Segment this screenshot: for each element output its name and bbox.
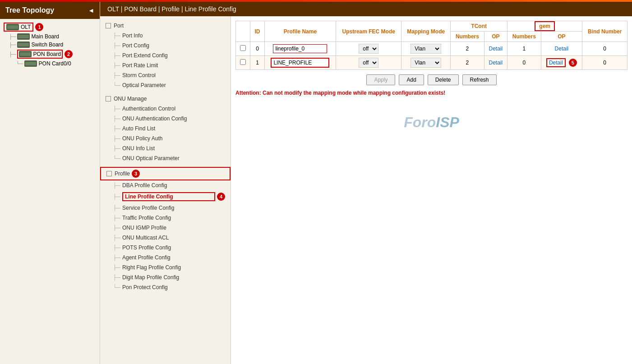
row0-tcont-detail-link[interactable]: Detail: [489, 46, 503, 52]
sidebar-item-pon-board[interactable]: ├─ PON Board 2: [2, 49, 98, 60]
delete-button[interactable]: Delete: [428, 74, 459, 85]
row1-id: 1: [256, 60, 259, 66]
nav-item-port-config[interactable]: ├─ Port Config: [100, 41, 231, 51]
sidebar-pon-card-label: PON Card0/0: [39, 60, 71, 67]
nav-section-port-header[interactable]: Port: [100, 21, 231, 31]
nav-item-onu-multicast-acl[interactable]: ├─ ONU Multicast ACL: [100, 233, 231, 243]
nav-item-auth-control[interactable]: ├─ Authentication Control: [100, 104, 231, 114]
nav-item-auto-find-list[interactable]: ├─ Auto Find List: [100, 124, 231, 134]
row1-gem-detail-link[interactable]: Detail: [546, 58, 566, 67]
nav-section-profile-header[interactable]: Profile 3: [100, 167, 231, 180]
connector: ├─: [113, 205, 120, 211]
gem-header-box: gem: [535, 21, 555, 31]
nav-item-onu-policy-auth[interactable]: ├─ ONU Policy Auth: [100, 134, 231, 143]
connector: ├─: [9, 34, 16, 39]
col-gem-numbers-header: Numbers: [507, 32, 541, 42]
row0-mapping-mode-cell[interactable]: Vlan GEM Priority: [401, 42, 451, 56]
col-tcont-header: TCont: [451, 21, 507, 32]
nav-item-agent-profile-config[interactable]: ├─ Agent Profile Config: [100, 253, 231, 263]
row0-tcont-op-cell[interactable]: Detail: [484, 42, 507, 56]
col-gem-header: gem: [507, 21, 582, 32]
connector: ├─: [113, 115, 120, 122]
row0-mapping-mode-select[interactable]: Vlan GEM Priority: [411, 44, 441, 54]
connector: ├─: [113, 194, 120, 200]
row0-checkbox[interactable]: [240, 45, 246, 51]
onu-manage-checkbox[interactable]: [106, 96, 111, 101]
content-body: Port ├─ Port Info ├─ Port Config ├─ Port…: [100, 16, 632, 364]
nav-line-profile-config-label: Line Profile Config: [125, 194, 173, 200]
nav-port-info-label: Port Info: [122, 32, 143, 39]
line-profile-badge: 4: [217, 193, 225, 201]
row0-gem-detail-link[interactable]: Detail: [555, 46, 569, 52]
row1-upstream-fec-select[interactable]: off on: [359, 58, 378, 68]
nav-item-onu-auth-config[interactable]: ├─ ONU Authentication Config: [100, 114, 231, 124]
connector: ├─: [113, 106, 120, 112]
row1-checkbox-cell[interactable]: [236, 56, 250, 70]
nav-item-onu-igmp-profile[interactable]: ├─ ONU IGMP Profile: [100, 223, 231, 233]
row1-gem-op-cell[interactable]: Detail 5: [541, 56, 582, 70]
col-checkbox-header: [236, 21, 250, 42]
row1-mapping-mode-cell[interactable]: Vlan GEM Priority: [401, 56, 451, 70]
nav-right-flag-profile-config-label: Right Flag Profile Config: [122, 264, 181, 271]
row1-upstream-fec-cell[interactable]: off on: [336, 56, 401, 70]
connector: ├─: [113, 264, 120, 271]
add-button[interactable]: Add: [399, 74, 424, 85]
row0-bind-number-cell: 0: [582, 42, 627, 56]
connector: ├─: [113, 235, 120, 241]
row0-upstream-fec-select[interactable]: off on: [359, 44, 378, 54]
row0-checkbox-cell[interactable]: [236, 42, 250, 56]
row1-tcont-numbers: 2: [466, 60, 469, 66]
row1-gem-numbers-cell: 0: [507, 56, 541, 70]
nav-item-pots-profile-config[interactable]: ├─ POTS Profile Config: [100, 243, 231, 253]
nav-item-right-flag-profile-config[interactable]: ├─ Right Flag Profile Config: [100, 263, 231, 272]
row0-profile-name-input[interactable]: [273, 44, 327, 53]
sidebar-item-switch-board[interactable]: ├─ Switch Board: [2, 41, 98, 49]
row0-upstream-fec-cell[interactable]: off on: [336, 42, 401, 56]
nav-pon-protect-config-label: Pon Protect Config: [122, 284, 168, 290]
main-board-icon: [17, 33, 30, 40]
nav-item-port-extend-config[interactable]: ├─ Port Extend Config: [100, 51, 231, 60]
row1-tcont-detail-link[interactable]: Detail: [489, 60, 503, 66]
nav-item-port-rate-limit[interactable]: ├─ Port Rate Limit: [100, 60, 231, 70]
profile-checkbox[interactable]: [106, 171, 112, 176]
nav-onu-multicast-acl-label: ONU Multicast ACL: [122, 235, 169, 241]
nav-item-traffic-profile-config[interactable]: ├─ Traffic Profile Config: [100, 213, 231, 223]
refresh-button[interactable]: Refresh: [462, 74, 497, 85]
attention-prefix: Attention:: [235, 90, 261, 96]
row1-bind-number: 0: [603, 60, 606, 66]
nav-item-line-profile-config[interactable]: ├─ Line Profile Config 4: [100, 190, 231, 203]
nav-item-pon-protect-config[interactable]: └─ Pon Protect Config: [100, 282, 231, 292]
nav-item-dba-profile-config[interactable]: ├─ DBA Profile Config: [100, 180, 231, 190]
col-id-header: ID: [250, 21, 264, 42]
nav-item-port-info[interactable]: ├─ Port Info: [100, 31, 231, 41]
breadcrumb: OLT | PON Board | Profile | Line Profile…: [100, 2, 632, 16]
port-checkbox[interactable]: [106, 23, 111, 28]
attention-message: Attention: Can not modify the mapping mo…: [235, 90, 627, 96]
sidebar-item-main-board[interactable]: ├─ Main Board: [2, 32, 98, 41]
nav-service-profile-config-label: Service Profile Config: [122, 205, 174, 211]
apply-button[interactable]: Apply: [366, 74, 395, 85]
row1-mapping-mode-select[interactable]: Vlan GEM Priority: [411, 58, 441, 68]
nav-item-digit-map-profile-config[interactable]: ├─ Digit Map Profile Config: [100, 272, 231, 282]
nav-item-onu-info-list[interactable]: ├─ ONU Info List: [100, 143, 231, 153]
nav-item-service-profile-config[interactable]: ├─ Service Profile Config: [100, 203, 231, 213]
nav-item-optical-parameter[interactable]: └─ Optical Parameter: [100, 80, 231, 90]
row1-tcont-op-cell[interactable]: Detail: [484, 56, 507, 70]
row0-tcont-numbers-cell: 2: [451, 42, 484, 56]
connector: └─: [113, 284, 120, 290]
sidebar-item-pon-card[interactable]: └─ PON Card0/0: [2, 60, 98, 68]
col-mapping-mode-header: Mapping Mode: [401, 21, 451, 42]
row0-profile-name-cell: [264, 42, 336, 56]
nav-item-storm-control[interactable]: ├─ Storm Control: [100, 70, 231, 80]
pon-board-icon: [19, 51, 32, 57]
sidebar-item-olt[interactable]: OLT 1: [2, 22, 98, 32]
sidebar-collapse-arrow[interactable]: ◄: [88, 7, 94, 14]
row1-checkbox[interactable]: [240, 59, 246, 65]
nav-section-onu-manage-header[interactable]: ONU Manage: [100, 94, 231, 104]
row1-profile-name-input[interactable]: [271, 58, 329, 68]
nav-panel: Port ├─ Port Info ├─ Port Config ├─ Port…: [100, 16, 231, 364]
row0-gem-op-cell[interactable]: Detail: [541, 42, 582, 56]
attention-body: Can not modify the mapping mode while ma…: [263, 90, 445, 96]
nav-item-onu-optical-param[interactable]: └─ ONU Optical Parameter: [100, 153, 231, 163]
sidebar-olt-label: OLT: [21, 24, 31, 30]
